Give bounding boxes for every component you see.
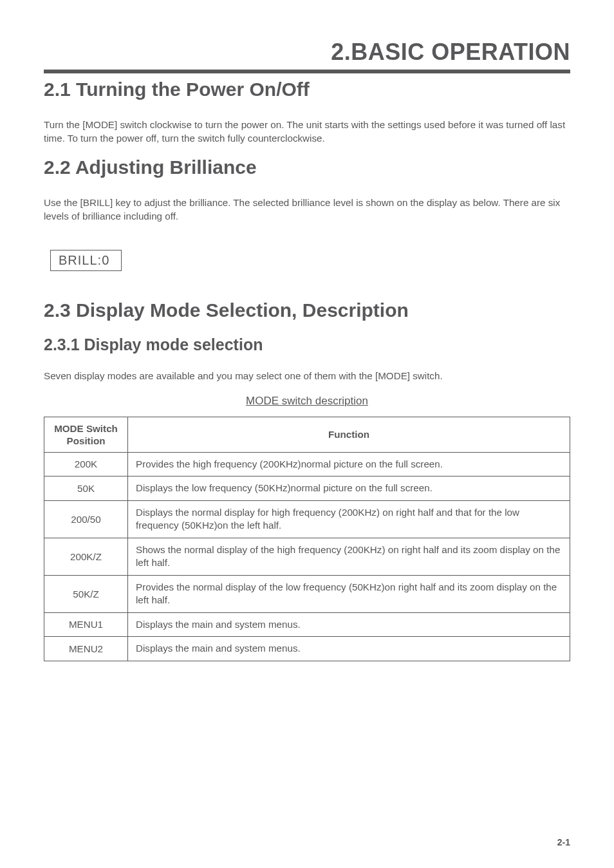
table-row: 50K/Z Provides the normal display of the…: [44, 575, 570, 612]
page-number: 2-1: [557, 837, 570, 847]
mode-position-cell: MENU2: [44, 637, 128, 661]
mode-function-cell: Shows the normal display of the high fre…: [128, 538, 570, 575]
section-2-1-title: 2.1 Turning the Power On/Off: [44, 79, 570, 100]
section-2-3-title: 2.3 Display Mode Selection, Description: [44, 299, 570, 321]
mode-position-cell: 200K/Z: [44, 538, 128, 575]
section-2-2-paragraph: Use the [BRILL] key to adjust the brilli…: [44, 196, 570, 223]
table-row: 50K Displays the low frequency (50KHz)no…: [44, 476, 570, 501]
mode-position-cell: 200K: [44, 452, 128, 476]
header-position: MODE Switch Position: [44, 417, 128, 452]
mode-table-caption: MODE switch description: [44, 395, 570, 408]
table-row: MENU2 Displays the main and system menus…: [44, 637, 570, 661]
chapter-title: 2.BASIC OPERATION: [44, 39, 570, 66]
mode-function-cell: Displays the normal display for high fre…: [128, 500, 570, 538]
mode-position-cell: MENU1: [44, 612, 128, 637]
table-row: 200/50 Displays the normal display for h…: [44, 500, 570, 538]
section-2-3-1-title: 2.3.1 Display mode selection: [44, 335, 570, 354]
table-row: MENU1 Displays the main and system menus…: [44, 612, 570, 637]
mode-function-cell: Provides the high frequency (200KHz)norm…: [128, 452, 570, 476]
chapter-rule: [44, 70, 570, 73]
table-row: 200K Provides the high frequency (200KHz…: [44, 452, 570, 476]
mode-function-cell: Displays the main and system menus.: [128, 637, 570, 661]
section-2-1-paragraph: Turn the [MODE] switch clockwise to turn…: [44, 118, 570, 145]
header-function: Function: [128, 417, 570, 452]
mode-function-cell: Displays the low frequency (50KHz)normal…: [128, 476, 570, 501]
mode-position-cell: 200/50: [44, 500, 128, 538]
mode-function-cell: Displays the main and system menus.: [128, 612, 570, 637]
mode-switch-table: MODE Switch Position Function 200K Provi…: [44, 417, 570, 661]
mode-function-cell: Provides the normal display of the low f…: [128, 575, 570, 612]
section-2-3-1-paragraph: Seven display modes are available and yo…: [44, 370, 570, 383]
mode-position-cell: 50K/Z: [44, 575, 128, 612]
table-header-row: MODE Switch Position Function: [44, 417, 570, 452]
brilliance-indicator-box: BRILL:0: [50, 250, 122, 271]
mode-position-cell: 50K: [44, 476, 128, 501]
section-2-2-title: 2.2 Adjusting Brilliance: [44, 156, 570, 178]
table-row: 200K/Z Shows the normal display of the h…: [44, 538, 570, 575]
